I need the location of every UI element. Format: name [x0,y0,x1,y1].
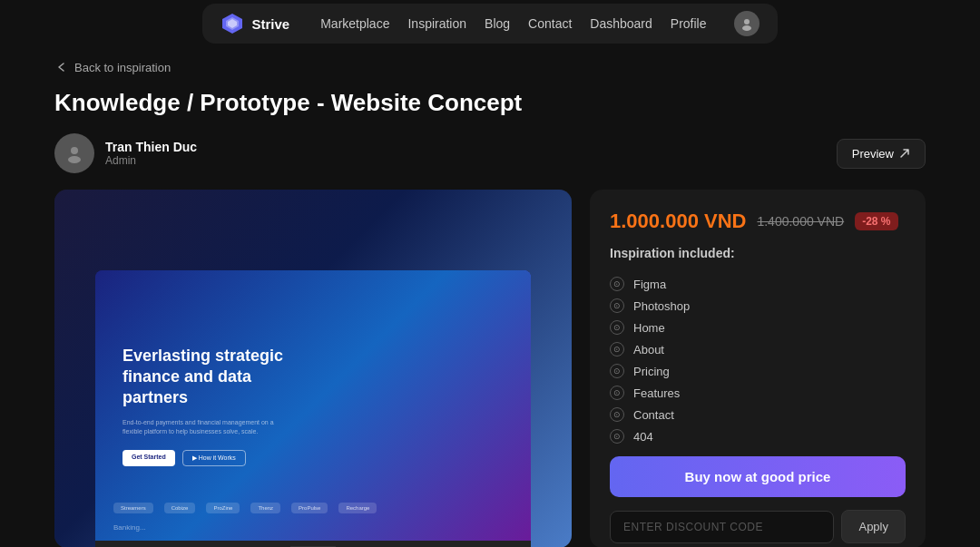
author-name: Tran Thien Duc [105,140,197,154]
list-item: ⊙ Features [610,386,906,400]
404-icon: ⊙ [610,429,624,444]
laptop-mockup: Everlasting strategic finance and data p… [95,270,531,547]
discount-badge: -28 % [855,212,897,230]
purchase-panel: 1.000.000 VND 1.400.000 VND -28 % Inspir… [590,190,926,547]
page-content: Back to inspiration Knowledge / Prototyp… [0,0,980,547]
logo-item-2: ProZine [206,503,240,513]
price-main: 1.000.000 VND [610,210,746,233]
list-item: ⊙ Home [610,320,906,335]
nav-dashboard[interactable]: Dashboard [590,16,652,31]
included-list: ⊙ Figma ⊙ Photoshop ⊙ Home ⊙ About ⊙ P [610,277,906,444]
author-row: Tran Thien Duc Admin Preview [54,133,926,173]
list-item: ⊙ Pricing [610,364,906,378]
preview-image: Everlasting strategic finance and data p… [54,190,572,547]
screen-get-started: Get Started [122,450,175,466]
nav-links: Marketplace Inspiration Blog Contact Das… [320,16,706,31]
logo-item-4: ProPulse [291,503,328,513]
back-label: Back to inspiration [74,61,171,74]
back-arrow-icon [54,60,69,74]
screen-headline: Everlasting strategic finance and data p… [122,346,304,409]
logo-item-5: Recharge [338,503,377,513]
discount-row: Apply [610,510,906,543]
svg-point-4 [742,25,751,31]
preview-button[interactable]: Preview [837,139,926,169]
author-info: Tran Thien Duc Admin [105,140,197,167]
svg-point-5 [71,147,78,154]
logo-item-3: Thenz [250,503,280,513]
price-original: 1.400.000 VND [757,214,844,229]
logo-item-0: Streamers [113,503,153,513]
list-item: ⊙ Contact [610,407,906,422]
svg-point-3 [744,19,750,24]
list-item: ⊙ 404 [610,429,906,444]
screen-how-it-works: ▶ How it Works [182,450,246,466]
nav-profile[interactable]: Profile [671,16,707,31]
author-role: Admin [105,154,197,167]
features-icon: ⊙ [610,386,624,400]
figma-icon: ⊙ [610,277,624,291]
author-avatar [54,133,94,173]
buy-button[interactable]: Buy now at good price [610,456,906,497]
logo-text: Strive [251,16,289,32]
about-icon: ⊙ [610,342,624,357]
navigation: Strive Marketplace Inspiration Blog Cont… [0,0,980,47]
list-item: ⊙ Figma [610,277,906,291]
nav-contact[interactable]: Contact [528,16,572,31]
price-row: 1.000.000 VND 1.400.000 VND -28 % [610,210,906,233]
pricing-icon: ⊙ [610,364,624,378]
screen-subtext: End-to-end payments and financial manage… [122,418,286,437]
logo-item-1: Cobize [164,503,196,513]
nav-marketplace[interactable]: Marketplace [320,16,389,31]
home-icon: ⊙ [610,320,624,335]
nav-inspiration[interactable]: Inspiration [407,16,466,31]
screen-bottom-text: Banking... [113,523,146,532]
list-item: ⊙ About [610,342,906,357]
contact-icon: ⊙ [610,407,624,422]
apply-button[interactable]: Apply [841,510,906,543]
logo[interactable]: Strive [220,12,289,35]
avatar[interactable] [734,11,760,36]
included-title: Inspiration included: [610,246,906,260]
external-link-icon [899,148,910,159]
list-item: ⊙ Photoshop [610,298,906,313]
screen-buttons: Get Started ▶ How it Works [122,450,246,466]
photoshop-icon: ⊙ [610,298,624,313]
screen-logos: Streamers Cobize ProZine Thenz ProPulse … [113,503,377,513]
page-title: Knowledge / Prototype - Website Concept [54,89,926,117]
discount-input[interactable] [610,511,834,543]
svg-point-6 [68,156,81,163]
back-link[interactable]: Back to inspiration [54,60,926,74]
main-columns: Everlasting strategic finance and data p… [54,190,926,547]
nav-blog[interactable]: Blog [485,16,510,31]
